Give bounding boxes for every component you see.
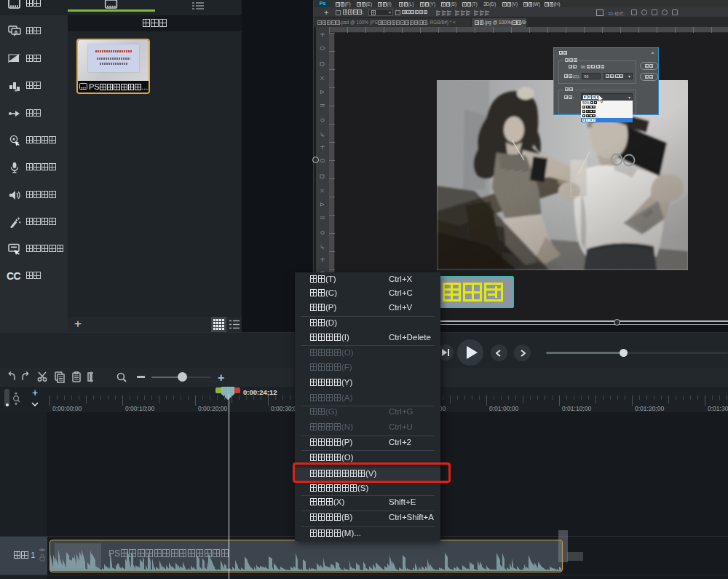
svg-text:a: a xyxy=(15,29,17,34)
